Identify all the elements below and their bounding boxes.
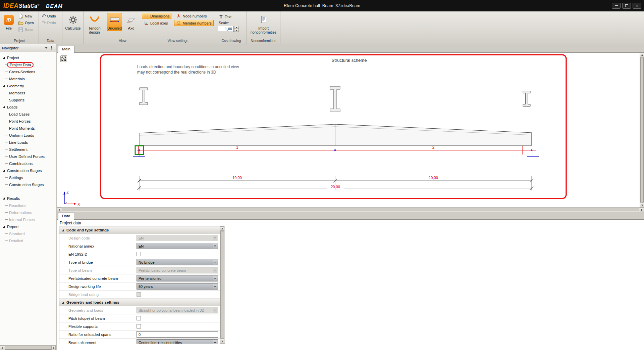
pin-icon[interactable] [50,46,54,50]
ribbon-group-label-project: Project [0,39,39,44]
nav-item-point-forces[interactable]: Point Forces [0,118,56,125]
tree-connector [4,153,9,160]
scale-spin-down-button[interactable] [234,29,239,32]
nav-item-materials[interactable]: Materials [0,75,56,82]
nav-item-detailed: Detailed [0,237,56,244]
calculate-button[interactable]: Calculate [64,13,82,31]
scroll-down-button[interactable] [220,339,224,343]
scroll-up-button[interactable] [640,53,644,57]
minimize-button[interactable] [612,3,621,9]
property-group-code-and-type-settings[interactable]: Code and type settings [59,226,220,234]
nav-item-internal-forces: Internal Forces [0,216,56,223]
maximize-button[interactable] [622,3,631,9]
property-label: Pitch (slope) of beam [59,316,137,320]
scroll-right-button[interactable] [51,346,56,350]
property-grid-scrollbar[interactable] [220,226,225,344]
nav-item-combinations[interactable]: Combinations [0,160,56,167]
dropdown-design-working-life[interactable]: 50 years [137,283,218,290]
canvas-vertical-scrollbar[interactable] [640,53,644,207]
dropdown-arrow-icon [213,244,217,249]
dimensions-toggle[interactable]: Dimensions [142,13,171,19]
node-numbers-toggle[interactable]: Node numbers [174,13,213,19]
nav-item-results[interactable]: Results [0,195,56,202]
main-tabstrip: Main [57,44,644,53]
nav-item-project-data[interactable]: Project Data [0,61,56,68]
dropdown-national-annex[interactable]: EN [137,243,218,249]
node-numbers-icon [176,13,181,18]
open-button[interactable]: Open [17,19,35,26]
scheme-canvas[interactable]: Structural scheme Loads direction and bo… [57,53,644,207]
nav-item-uniform-loads[interactable]: Uniform Loads [0,132,56,139]
new-button[interactable]: New [17,13,35,19]
undo-button[interactable]: ↶ Undo [41,13,57,19]
dropdown-arrow-icon [213,284,217,289]
ribbon-group-view-settings: Dimensions Local axes Node numbers Membe… [140,11,216,44]
tree-connector [4,139,9,146]
close-button[interactable]: × [633,3,641,9]
nav-item-label: Materials [9,77,25,81]
nav-item-supports[interactable]: Supports [0,96,56,103]
nav-item-point-moments[interactable]: Point Moments [0,125,56,132]
title-bar: IDEAStatiCa® BEAM Rfem-Concrete hall_Bea… [0,0,644,11]
checkbox-pitch-slope-of-beam[interactable] [137,316,141,320]
dropdown-prefabricated-concrete-beam[interactable]: Pre-tensioned [137,275,218,281]
expanded-triangle-icon [3,169,5,172]
fit-view-button[interactable] [60,55,67,62]
nav-item-label: Loads [7,105,17,109]
nav-item-load-cases[interactable]: Load Cases [0,111,56,118]
nav-item-loads[interactable]: Loads [0,103,56,111]
tab-data[interactable]: Data [58,213,74,220]
axo-view-button[interactable]: Axo [124,13,138,31]
text-toggle[interactable]: Text [218,13,239,20]
scrollbar-thumb[interactable] [220,231,224,339]
nav-item-construction-stages[interactable]: Construction Stages [0,167,56,174]
nav-item-user-defined-forces[interactable]: User-Defined Forces [0,153,56,160]
property-group-geometry-and-loads-settings[interactable]: Geometry and loads settings [59,299,220,306]
scrollbar-thumb[interactable] [62,208,639,211]
file-button[interactable]: ID File [2,13,16,31]
nav-item-line-loads[interactable]: Line Loads [0,139,56,146]
logo-idea: IDEA [3,2,18,9]
checkbox-flexible-supports[interactable] [137,324,141,329]
logo-registered-mark: ® [37,3,39,6]
scale-spin-up-button[interactable] [234,26,239,29]
nav-item-report[interactable]: Report [0,223,56,230]
uncoiled-view-button[interactable]: Uncoiled [107,13,122,31]
tendon-design-button[interactable]: Tendondesign [87,13,102,35]
nav-item-label: Results [7,196,20,201]
checkbox-en-1992-2[interactable] [137,252,141,256]
nav-item-geometry[interactable]: Geometry [0,82,56,89]
property-label: EN 1992-2 [59,252,137,256]
import-nonconformities-button[interactable]: Importnonconformities [249,13,278,35]
scrollbar-thumb[interactable] [5,346,51,350]
input-ratio-for-unloaded-spans[interactable]: 0 [137,331,218,338]
local-axes-toggle[interactable]: Local axes [142,20,171,26]
member-numbers-toggle[interactable]: Member numbers [174,20,213,26]
nav-item-settlement[interactable]: Settlement [0,146,56,153]
nav-item-cross-sections[interactable]: Cross-Sections [0,68,56,75]
nav-item-construction-stages[interactable]: Construction Stages [0,181,56,188]
expanded-triangle-icon [3,225,5,228]
tab-main[interactable]: Main [58,46,74,53]
scroll-down-button[interactable] [640,203,644,207]
close-icon: × [636,4,638,8]
navigator-title: Navigator [2,46,43,50]
chevron-down-icon[interactable] [45,47,48,49]
nav-item-members[interactable]: Members [0,89,56,96]
scroll-left-button[interactable] [0,346,4,350]
canvas-horizontal-scrollbar[interactable] [57,207,644,212]
scrollbar-thumb[interactable] [640,57,644,203]
scale-input[interactable]: 1,00 [218,26,234,32]
nav-item-project[interactable]: Project [0,54,56,61]
property-row-type-of-bridge: Type of bridgeNo bridge [59,258,220,266]
scroll-left-icon [2,347,3,349]
tree-connector [4,125,9,132]
nav-item-settings[interactable]: Settings [0,174,56,181]
navigator-horizontal-scrollbar[interactable] [0,345,56,350]
dropdown-beam-alignment[interactable]: Center line + eccentricities [137,339,218,344]
scroll-up-button[interactable] [220,226,224,231]
property-label: Geometry and loads [59,308,137,312]
dropdown-type-of-bridge[interactable]: No bridge [137,259,218,265]
dropdown-arrow-icon [213,276,217,281]
axis-z-label: Z [66,190,69,194]
